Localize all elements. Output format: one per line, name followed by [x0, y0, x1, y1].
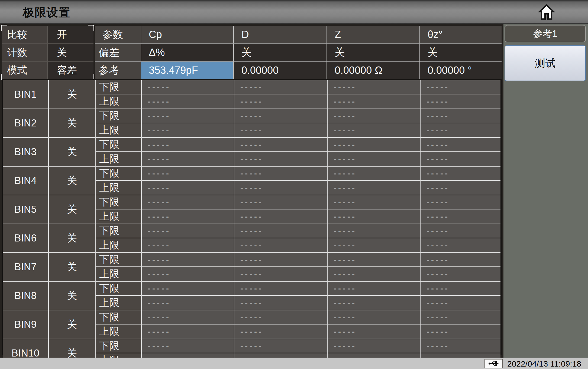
lower-limit-value[interactable]: ----- [420, 339, 500, 353]
lower-limit-value[interactable]: ----- [141, 339, 234, 353]
deviation-theta[interactable]: 关 [419, 43, 502, 61]
lower-limit-value[interactable]: ----- [420, 195, 500, 209]
bin-state[interactable]: 关 [48, 310, 95, 339]
upper-limit-value[interactable]: ----- [420, 325, 500, 339]
upper-limit-value[interactable]: ----- [327, 209, 420, 224]
upper-limit-value[interactable]: ----- [234, 267, 327, 281]
lower-limit-value[interactable]: ----- [234, 339, 327, 353]
lower-limit-value[interactable]: ----- [420, 138, 500, 152]
lower-limit-value[interactable]: ----- [327, 339, 420, 353]
param-cp[interactable]: Cp [141, 26, 233, 43]
upper-limit-value[interactable]: ----- [420, 209, 500, 224]
home-icon[interactable] [538, 3, 555, 21]
lower-limit-value[interactable]: ----- [234, 224, 327, 238]
bin-state[interactable]: 关 [48, 167, 95, 195]
bin-state[interactable]: 关 [48, 282, 95, 310]
lower-limit-value[interactable]: ----- [141, 109, 234, 123]
lower-limit-value[interactable]: ----- [234, 138, 327, 152]
lower-limit-value[interactable]: ----- [234, 109, 327, 123]
lower-limit-value[interactable]: ----- [141, 80, 234, 94]
upper-limit-value[interactable]: ----- [141, 296, 234, 310]
lower-limit-value[interactable]: ----- [141, 310, 234, 325]
reference-theta-field[interactable]: 0.00000 ° [419, 61, 502, 79]
upper-limit-value[interactable]: ----- [327, 238, 420, 252]
upper-limit-value[interactable]: ----- [141, 325, 234, 339]
upper-limit-value[interactable]: ----- [234, 181, 327, 195]
upper-limit-value[interactable]: ----- [234, 209, 327, 224]
reference-z-field[interactable]: 0.00000 Ω [327, 61, 419, 79]
compare-value[interactable]: 开 [47, 26, 93, 43]
lower-limit-value[interactable]: ----- [420, 282, 500, 296]
bin-state[interactable]: 关 [48, 253, 95, 281]
lower-limit-value[interactable]: ----- [234, 80, 327, 94]
lower-limit-value[interactable]: ----- [234, 310, 327, 325]
upper-limit-value[interactable]: ----- [420, 181, 500, 195]
upper-limit-value[interactable]: ----- [234, 94, 327, 109]
lower-limit-value[interactable]: ----- [141, 167, 234, 181]
upper-limit-value[interactable]: ----- [327, 267, 420, 281]
lower-limit-value[interactable]: ----- [141, 138, 234, 152]
lower-limit-value[interactable]: ----- [141, 195, 234, 209]
upper-limit-value[interactable]: ----- [234, 152, 327, 166]
mode-value[interactable]: 容差 [47, 61, 93, 79]
lower-limit-value[interactable]: ----- [420, 80, 500, 94]
deviation-d[interactable]: 关 [233, 43, 327, 61]
lower-limit-value[interactable]: ----- [420, 310, 500, 325]
reference-page-button[interactable]: 参考1 [505, 25, 586, 42]
param-z[interactable]: Z [327, 26, 419, 43]
lower-limit-value[interactable]: ----- [420, 109, 500, 123]
upper-limit-value[interactable]: ----- [141, 209, 234, 224]
lower-limit-value[interactable]: ----- [234, 195, 327, 209]
lower-limit-value[interactable]: ----- [141, 282, 234, 296]
upper-limit-value[interactable]: ----- [141, 267, 234, 281]
upper-limit-value[interactable]: ----- [420, 123, 500, 137]
bin-state[interactable]: 关 [48, 224, 95, 252]
bin-state[interactable]: 关 [48, 138, 95, 166]
upper-limit-value[interactable]: ----- [141, 181, 234, 195]
lower-limit-value[interactable]: ----- [327, 138, 420, 152]
upper-limit-value[interactable]: ----- [420, 94, 500, 109]
lower-limit-value[interactable]: ----- [327, 282, 420, 296]
lower-limit-value[interactable]: ----- [327, 80, 420, 94]
upper-limit-value[interactable]: ----- [420, 238, 500, 252]
upper-limit-value[interactable]: ----- [327, 296, 420, 310]
lower-limit-value[interactable]: ----- [141, 224, 234, 238]
param-theta[interactable]: θz° [419, 26, 502, 43]
lower-limit-value[interactable]: ----- [420, 167, 500, 181]
lower-limit-value[interactable]: ----- [141, 253, 234, 267]
lower-limit-value[interactable]: ----- [234, 253, 327, 267]
upper-limit-value[interactable]: ----- [141, 238, 234, 252]
upper-limit-value[interactable]: ----- [327, 181, 420, 195]
lower-limit-value[interactable]: ----- [327, 167, 420, 181]
upper-limit-value[interactable]: ----- [327, 94, 420, 109]
lower-limit-value[interactable]: ----- [234, 167, 327, 181]
lower-limit-value[interactable]: ----- [327, 253, 420, 267]
test-button[interactable]: 测试 [505, 45, 586, 81]
count-value[interactable]: 关 [47, 43, 93, 61]
lower-limit-value[interactable]: ----- [327, 224, 420, 238]
lower-limit-value[interactable]: ----- [420, 253, 500, 267]
bin-state[interactable]: 关 [48, 80, 95, 109]
upper-limit-value[interactable]: ----- [234, 238, 327, 252]
lower-limit-value[interactable]: ----- [420, 224, 500, 238]
deviation-z[interactable]: 关 [327, 43, 419, 61]
upper-limit-value[interactable]: ----- [420, 152, 500, 166]
upper-limit-value[interactable]: ----- [420, 296, 500, 310]
upper-limit-value[interactable]: ----- [141, 123, 234, 137]
bin-state[interactable]: 关 [48, 195, 95, 224]
lower-limit-value[interactable]: ----- [234, 282, 327, 296]
lower-limit-value[interactable]: ----- [327, 109, 420, 123]
lower-limit-value[interactable]: ----- [327, 310, 420, 325]
bin-state[interactable]: 关 [48, 109, 95, 137]
upper-limit-value[interactable]: ----- [327, 123, 420, 137]
param-d[interactable]: D [233, 26, 327, 43]
upper-limit-value[interactable]: ----- [141, 152, 234, 166]
upper-limit-value[interactable]: ----- [234, 123, 327, 137]
reference-cp-field[interactable]: 353.479pF [141, 61, 233, 79]
reference-d-field[interactable]: 0.00000 [233, 61, 327, 79]
upper-limit-value[interactable]: ----- [141, 94, 234, 109]
upper-limit-value[interactable]: ----- [327, 152, 420, 166]
upper-limit-value[interactable]: ----- [420, 267, 500, 281]
deviation-cp[interactable]: Δ% [141, 43, 233, 61]
upper-limit-value[interactable]: ----- [327, 325, 420, 339]
